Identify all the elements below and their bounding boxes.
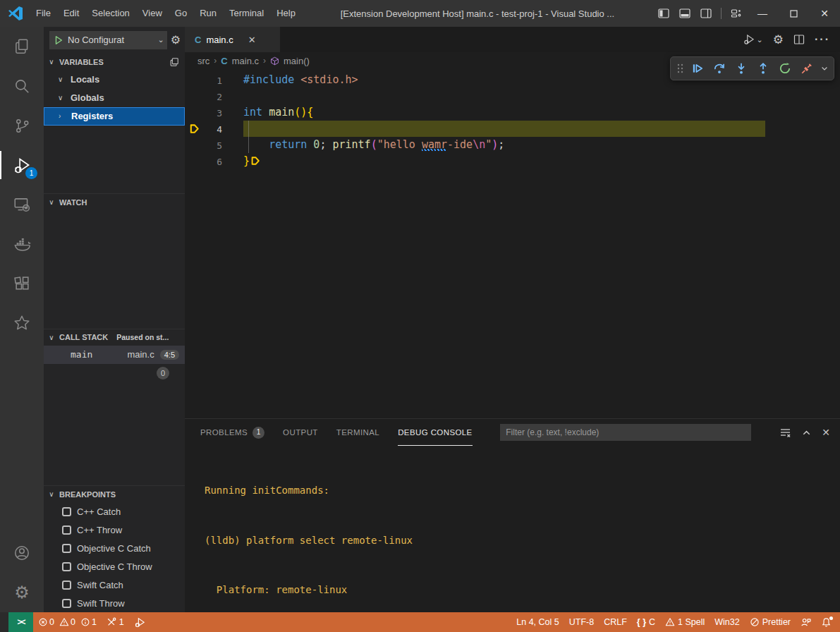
menu-file[interactable]: File: [30, 0, 57, 27]
step-out-button[interactable]: [753, 59, 773, 78]
minimize-button[interactable]: —: [747, 0, 778, 27]
variables-item-globals[interactable]: ∨ Globals: [44, 89, 185, 107]
checkbox[interactable]: [62, 507, 71, 516]
toggle-secondary-sidebar-icon[interactable]: [695, 0, 717, 27]
debug-config-dropdown[interactable]: No Configurat ⌄: [49, 31, 167, 49]
files-icon: [13, 37, 31, 56]
code-editor[interactable]: 1 #include <stdio.h> 2 3 int main(){ 4: [185, 69, 840, 418]
tab-problems[interactable]: PROBLEMS 1: [200, 419, 264, 446]
step-into-button[interactable]: [731, 59, 751, 78]
step-over-icon: [713, 62, 726, 75]
breakpoint-cpp-catch[interactable]: C++ Catch: [44, 502, 185, 521]
breakpoints-title: BREAKPOINTS: [59, 490, 116, 499]
activity-bar-item-explorer[interactable]: [0, 27, 44, 66]
variables-item-locals[interactable]: ∨ Locals: [44, 71, 185, 89]
menu-terminal[interactable]: Terminal: [223, 0, 270, 27]
variables-section-header[interactable]: ∨ VARIABLES: [44, 54, 185, 71]
close-tab-icon[interactable]: ✕: [248, 35, 256, 45]
start-debug-icon: [54, 35, 63, 45]
tab-terminal[interactable]: TERMINAL: [336, 419, 379, 446]
chevron-down-icon[interactable]: ⌄: [757, 35, 763, 44]
breakpoint-objc-throw[interactable]: Objective C Throw: [44, 557, 185, 576]
checkbox[interactable]: [62, 544, 71, 553]
chevron-down-icon: ∨: [47, 490, 56, 498]
menu-run[interactable]: Run: [193, 0, 223, 27]
toggle-sidebar-icon[interactable]: [653, 0, 674, 27]
extensions-icon: [13, 275, 31, 293]
problems-status[interactable]: 0 0 1: [33, 617, 102, 627]
frame-file: main.c: [127, 349, 154, 360]
watch-section-header[interactable]: ∨ WATCH: [44, 193, 185, 210]
breakpoints-section-header[interactable]: ∨ BREAKPOINTS: [44, 485, 185, 502]
menu-view[interactable]: View: [136, 0, 169, 27]
info-icon: [80, 617, 90, 627]
checkbox[interactable]: [62, 525, 71, 535]
console-filter-input[interactable]: [500, 424, 751, 441]
split-editor-icon[interactable]: [793, 34, 805, 45]
maximize-panel-icon[interactable]: [801, 427, 812, 438]
breakpoint-label: Swift Throw: [77, 598, 125, 609]
call-stack-frame-row[interactable]: main main.c 4:5: [44, 346, 185, 364]
customize-layout-icon[interactable]: [726, 0, 747, 27]
toggle-panel-icon[interactable]: [674, 0, 695, 27]
code-line-5: 5 return 0;: [185, 137, 840, 153]
watch-empty-area: [44, 210, 185, 329]
menu-help[interactable]: Help: [270, 0, 302, 27]
breadcrumb-folder[interactable]: src: [197, 56, 209, 66]
editor-settings-gear-icon[interactable]: ⚙: [773, 34, 784, 46]
breakpoint-objc-catch[interactable]: Objective C Catch: [44, 539, 185, 557]
debug-config-label: No Configurat: [68, 35, 157, 45]
debug-session-chevron[interactable]: [819, 59, 830, 78]
current-frame-gutter-icon[interactable]: [189, 123, 200, 134]
maximize-button[interactable]: [778, 0, 809, 27]
ports-tools-status[interactable]: 1: [102, 612, 129, 632]
debug-run-icon: [743, 33, 755, 46]
disconnect-button[interactable]: [797, 59, 817, 78]
close-window-button[interactable]: ✕: [809, 0, 840, 27]
run-or-debug-button[interactable]: ⌄: [743, 33, 763, 46]
tab-bar: C main.c ✕ ⌄ ⚙ ···: [185, 27, 840, 52]
menu-edit[interactable]: Edit: [57, 0, 85, 27]
tab-output[interactable]: OUTPUT: [283, 419, 318, 446]
debug-settings-gear-icon[interactable]: ⚙: [171, 35, 181, 46]
clear-console-icon[interactable]: [779, 427, 791, 439]
chevron-down-icon: ∨: [47, 334, 56, 341]
debug-status[interactable]: [129, 612, 151, 632]
menu-go[interactable]: Go: [169, 0, 193, 27]
tab-debug-console[interactable]: DEBUG CONSOLE: [398, 419, 473, 446]
activity-bar-item-remote-explorer[interactable]: [0, 185, 44, 224]
copy-icon[interactable]: [169, 57, 179, 67]
breadcrumb-file[interactable]: main.c: [232, 56, 259, 66]
chevron-down-icon: ∨: [58, 94, 66, 102]
call-stack-section-header[interactable]: ∨ CALL STACK Paused on st...: [44, 329, 185, 346]
checkbox[interactable]: [62, 581, 71, 590]
remote-indicator[interactable]: ><: [8, 612, 33, 632]
checkbox[interactable]: [62, 599, 71, 608]
breakpoint-swift-catch[interactable]: Swift Catch: [44, 576, 185, 594]
activity-bar-item-source-control[interactable]: [0, 106, 44, 145]
variables-empty-area: [44, 126, 185, 194]
toolbar-drag-grip[interactable]: [674, 59, 686, 78]
close-panel-icon[interactable]: ✕: [822, 427, 830, 438]
breadcrumb-symbol[interactable]: main(): [284, 56, 310, 66]
variables-item-registers[interactable]: › Registers: [44, 107, 185, 126]
breakpoint-swift-throw[interactable]: Swift Throw: [44, 594, 185, 612]
activity-bar-item-extensions[interactable]: [0, 264, 44, 303]
restart-button[interactable]: [775, 59, 795, 78]
menu-selection[interactable]: Selection: [85, 0, 135, 27]
more-actions-icon[interactable]: ···: [815, 33, 830, 46]
continue-button[interactable]: [688, 59, 707, 78]
activity-bar-item-starred[interactable]: [0, 303, 44, 343]
disconnect-icon: [801, 62, 813, 75]
bell-icon: [821, 617, 832, 628]
checkbox[interactable]: [62, 562, 71, 571]
continue-icon: [691, 62, 704, 75]
activity-bar-item-run-and-debug[interactable]: 1: [0, 145, 44, 185]
breakpoint-cpp-throw[interactable]: C++ Throw: [44, 521, 185, 539]
step-over-button[interactable]: [710, 59, 729, 78]
activity-bar-item-accounts[interactable]: [0, 533, 44, 573]
tab-main-c[interactable]: C main.c ✕: [185, 27, 280, 52]
activity-bar-item-docker[interactable]: [0, 224, 44, 264]
activity-bar-item-settings[interactable]: ⚙: [0, 573, 44, 612]
activity-bar-item-search[interactable]: [0, 66, 44, 106]
